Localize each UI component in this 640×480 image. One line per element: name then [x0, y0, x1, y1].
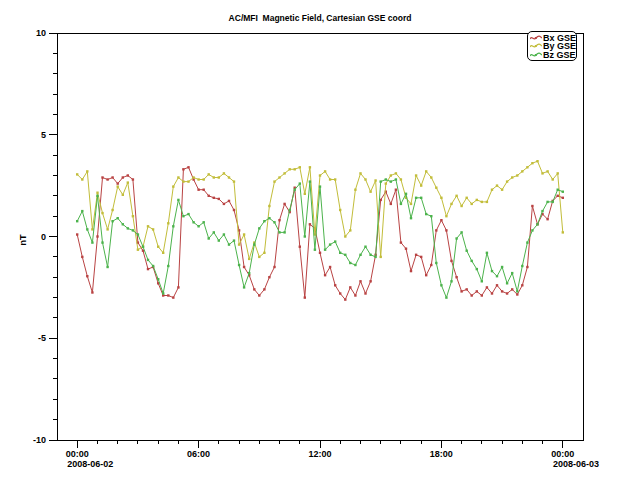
series-bx-gse-marker: [455, 276, 457, 278]
series-bz-gse-marker: [552, 201, 554, 203]
series-bz-gse-marker: [228, 243, 230, 245]
series-by-gse-marker: [526, 166, 528, 168]
series-by-gse-marker: [304, 193, 306, 195]
series-bx-gse-marker: [147, 268, 149, 270]
series-by-gse-marker: [122, 194, 124, 196]
series-by-gse-marker: [309, 166, 311, 168]
series-bx-gse-marker: [283, 203, 285, 205]
series-by-gse-marker: [491, 189, 493, 191]
series-by-gse-marker: [501, 189, 503, 191]
series-by-gse-marker: [273, 180, 275, 182]
series-bz-gse-marker: [521, 265, 523, 267]
series-bz-gse-marker: [147, 259, 149, 261]
series-bz-gse-marker: [309, 180, 311, 182]
series-bx-gse-marker: [415, 254, 417, 256]
series-by-gse-marker: [435, 187, 437, 189]
series-bz-gse-marker: [218, 239, 220, 241]
series-by-gse-marker: [228, 176, 230, 178]
series-bx-gse-marker: [450, 260, 452, 262]
series-bx-gse-marker: [122, 176, 124, 178]
series-by-gse-marker: [450, 203, 452, 205]
end-date-label: 2008-06-03: [553, 459, 599, 469]
series-bz-gse-line: [77, 180, 563, 298]
series-by-gse-marker: [137, 249, 139, 251]
series-bz-gse-marker: [248, 272, 250, 274]
x-tick-label: 06:00: [187, 449, 210, 459]
series-bz-gse-marker: [273, 221, 275, 223]
series-bz-gse-marker: [385, 178, 387, 180]
series-by-gse-marker: [213, 176, 215, 178]
series-by-gse-marker: [516, 174, 518, 176]
series-by-gse-marker: [268, 205, 270, 207]
series-bz-gse-marker: [289, 209, 291, 211]
series-bz-gse-marker: [162, 292, 164, 294]
series-by-gse-marker: [455, 195, 457, 197]
series-bz-gse-marker: [111, 220, 113, 222]
series-bx-gse-marker: [117, 182, 119, 184]
series-bx-gse-marker: [91, 291, 93, 293]
series-by-gse-marker: [152, 228, 154, 230]
y-tick-label: -5: [38, 333, 46, 343]
series-bz-gse-marker: [132, 229, 134, 231]
series-bz-gse-marker: [208, 237, 210, 239]
series-bz-gse-marker: [410, 217, 412, 219]
series-by-gse-marker: [203, 178, 205, 180]
series-bz-gse-marker: [506, 282, 508, 284]
series-bx-gse-marker: [405, 248, 407, 250]
legend-label-by: By GSE: [543, 42, 576, 50]
series-by-gse-marker: [390, 174, 392, 176]
series-by-gse-marker: [101, 212, 103, 214]
series-bz-gse-marker: [258, 227, 260, 229]
series-by-gse-marker: [374, 179, 376, 181]
series-by-gse-marker: [430, 176, 432, 178]
series-by-gse-marker: [380, 256, 382, 258]
legend-box: Bx GSE By GSE Bz GSE: [527, 31, 577, 61]
series-bz-gse-marker: [364, 246, 366, 248]
series-bz-gse-marker: [344, 254, 346, 256]
series-bx-gse-marker: [177, 286, 179, 288]
series-bz-gse-marker: [359, 254, 361, 256]
series-by-gse-marker: [299, 166, 301, 168]
series-bx-gse-marker: [101, 176, 103, 178]
series-by-gse-marker: [263, 252, 265, 254]
series-by-gse-marker: [420, 184, 422, 186]
series-bz-gse-marker: [91, 241, 93, 243]
series-bz-gse-marker: [127, 227, 129, 229]
series-bz-gse-marker: [172, 225, 174, 227]
series-by-gse-marker: [86, 170, 88, 172]
series-bz-gse-marker: [425, 213, 427, 215]
series-bx-gse-marker: [481, 294, 483, 296]
by-line-sample-icon: [530, 42, 542, 50]
series-bz-gse-marker: [415, 197, 417, 199]
series-bz-gse-marker: [354, 264, 356, 266]
series-by-gse-marker: [187, 180, 189, 182]
series-bx-gse-marker: [243, 266, 245, 268]
series-bz-gse-marker: [531, 229, 533, 231]
series-by-gse-marker: [162, 252, 164, 254]
series-by-gse-marker: [319, 174, 321, 176]
series-bz-gse-marker: [536, 223, 538, 225]
series-bx-gse-marker: [349, 286, 351, 288]
series-bz-gse-marker: [197, 225, 199, 227]
series-bx-gse-marker: [218, 198, 220, 200]
y-tick-label: 0: [41, 232, 46, 242]
series-bx-gse-marker: [440, 219, 442, 221]
series-bz-gse-marker: [81, 210, 83, 212]
series-bx-gse-marker: [526, 266, 528, 268]
series-bx-gse-marker: [299, 246, 301, 248]
series-bx-gse-marker: [233, 209, 235, 211]
series-bx-gse-marker: [81, 256, 83, 258]
series-by-gse-marker: [521, 170, 523, 172]
series-bz-gse-marker: [471, 260, 473, 262]
series-bz-gse-marker: [278, 231, 280, 233]
series-bz-gse-marker: [263, 220, 265, 222]
series-bx-gse-marker: [213, 197, 215, 199]
series-bx-gse-marker: [111, 176, 113, 178]
series-bz-gse-marker: [339, 252, 341, 254]
series-by-gse-marker: [324, 170, 326, 172]
series-bz-gse-marker: [481, 280, 483, 282]
y-tick-label: 10: [36, 28, 46, 38]
series-by-gse-marker: [157, 246, 159, 248]
series-by-gse-marker: [106, 228, 108, 230]
series-by-gse-marker: [238, 243, 240, 245]
